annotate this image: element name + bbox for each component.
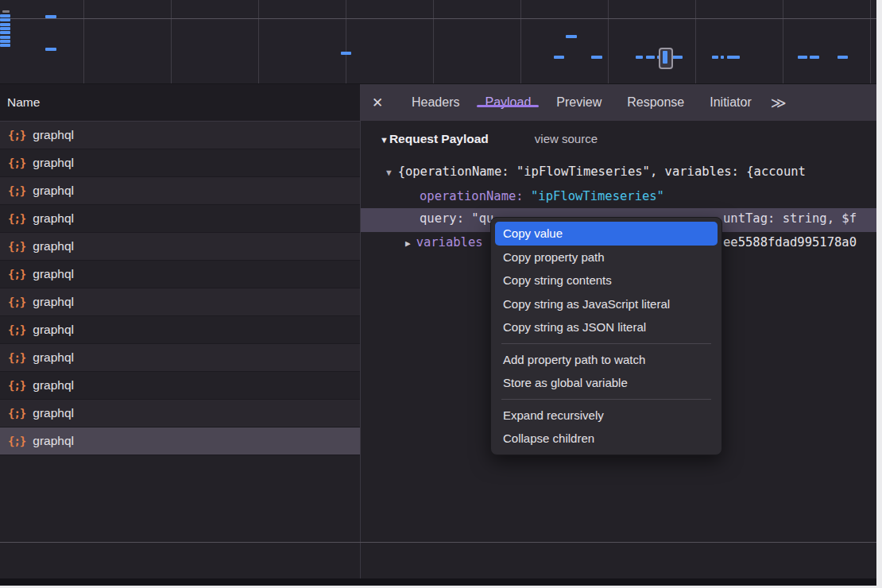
json-fetch-icon: {;} [8,184,25,197]
selected-request-bar [663,51,667,64]
context-menu: Copy valueCopy property pathCopy string … [490,217,722,455]
menu-item-copy-property-path[interactable]: Copy property path [491,246,721,269]
devtools-screenshot: Name {;}graphql{;}graphql{;}graphql{;}gr… [0,0,882,588]
more-tabs-chevron-icon[interactable]: ≫ [771,94,785,112]
menu-item-store-as-global-variable[interactable]: Store as global variable [491,371,721,395]
selected-request-marker[interactable] [659,48,673,69]
request-row-graphql[interactable]: {;}graphql [0,344,360,372]
request-timing-bar[interactable] [0,14,10,17]
request-row-graphql[interactable]: {;}graphql [0,122,360,149]
request-row-graphql[interactable]: {;}graphql [0,372,360,400]
json-fetch-icon: {;} [8,435,25,447]
request-row-graphql[interactable]: {;}graphql [0,233,360,261]
request-payload-title: Request Payload [389,132,489,146]
request-timing-bar[interactable] [0,40,10,43]
payload-root-preview: {operationName: "ipFlowTimeseries", vari… [398,164,806,179]
json-fetch-icon: {;} [8,296,25,308]
menu-item-expand-recursively[interactable]: Expand recursively [491,404,721,427]
query-text-right: untTag: string, $f [723,211,857,226]
request-name-label: graphql [33,128,74,142]
tab-initiator[interactable]: Initiator [697,95,764,109]
overview-gridline [783,0,783,83]
menu-item-copy-string-contents[interactable]: Copy string contents [491,269,721,292]
name-column-header[interactable]: Name [0,84,360,122]
expand-triangle-icon[interactable]: ▶ [405,238,411,249]
overview-gridline [83,0,84,83]
query-text-left: query: "qu [420,211,493,226]
request-timing-bar[interactable] [0,18,10,21]
request-row-graphql[interactable]: {;}graphql [0,316,360,344]
payload-operationname-node[interactable]: operationName: "ipFlowTimeseries" [420,189,664,203]
request-timing-bar[interactable] [810,56,819,59]
tab-response[interactable]: Response [614,95,697,109]
requests-list: {;}graphql{;}graphql{;}graphql{;}graphql… [0,122,360,455]
request-row-graphql[interactable]: {;}graphql [0,205,360,233]
name-column-label: Name [7,95,40,110]
menu-item-copy-string-as-javascript-literal[interactable]: Copy string as JavaScript literal [491,292,721,316]
request-name-label: graphql [33,323,74,337]
property-string-value: "ipFlowTimeseries" [531,189,664,203]
request-timing-bar[interactable] [646,56,655,59]
menu-item-copy-string-as-json-literal[interactable]: Copy string as JSON literal [491,315,721,339]
request-row-graphql[interactable]: {;}graphql [0,177,360,205]
request-timing-bar[interactable] [721,56,724,59]
request-row-graphql[interactable]: {;}graphql [0,261,360,288]
request-name-label: graphql [33,156,74,170]
request-name-label: graphql [33,295,74,309]
request-timing-bar[interactable] [591,56,602,59]
request-name-label: graphql [33,406,74,420]
menu-item-collapse-children[interactable]: Collapse children [491,427,721,451]
overview-gray-dash [2,10,10,13]
request-row-graphql[interactable]: {;}graphql [0,288,360,316]
tab-preview[interactable]: Preview [544,95,614,109]
expand-triangle-icon[interactable]: ▼ [386,168,392,178]
view-source-link[interactable]: view source [535,132,598,145]
close-icon[interactable]: ✕ [372,95,399,111]
request-name-label: graphql [33,184,74,198]
tab-payload[interactable]: Payload [472,95,544,109]
payload-variables-node[interactable]: ▶variables [405,235,483,250]
overview-gridline [346,0,346,83]
request-row-graphql[interactable]: {;}graphql [0,427,360,455]
request-name-label: graphql [33,350,74,365]
menu-separator [501,343,711,344]
overview-gridline [258,0,259,83]
section-collapse-triangle-icon[interactable]: ▼ [380,135,389,145]
devtools-network-panel: Name {;}graphql{;}graphql{;}graphql{;}gr… [0,0,876,586]
request-timing-bar[interactable] [0,27,10,30]
overview-gridline [433,0,434,83]
request-timing-bar[interactable] [712,56,718,59]
request-timing-bar[interactable] [727,56,740,59]
json-fetch-icon: {;} [8,379,25,392]
request-row-graphql[interactable]: {;}graphql [0,400,360,427]
menu-item-copy-value[interactable]: Copy value [495,222,718,246]
network-overview-waterfall[interactable] [0,0,876,84]
overview-baseline [0,18,876,19]
overview-gridline [171,0,172,83]
property-key: operationName: [420,189,531,203]
request-timing-bar[interactable] [341,52,351,55]
request-timing-bar[interactable] [45,48,56,51]
request-timing-bar[interactable] [0,36,10,39]
request-timing-bar[interactable] [0,44,10,47]
json-fetch-icon: {;} [8,157,25,169]
request-timing-bar[interactable] [0,31,10,34]
request-timing-bar[interactable] [636,56,643,59]
json-fetch-icon: {;} [8,407,25,420]
tab-headers[interactable]: Headers [399,95,472,109]
menu-item-add-property-path-to-watch[interactable]: Add property path to watch [491,348,721,372]
request-name-label: graphql [33,378,74,393]
request-row-graphql[interactable]: {;}graphql [0,149,360,177]
request-timing-bar[interactable] [672,56,683,59]
request-timing-bar[interactable] [45,15,56,18]
payload-root-node[interactable]: ▼{operationName: "ipFlowTimeseries", var… [386,164,806,179]
request-timing-bar[interactable] [566,35,577,38]
request-name-label: graphql [33,434,74,448]
request-timing-bar[interactable] [0,23,10,26]
json-fetch-icon: {;} [8,268,25,280]
request-timing-bar[interactable] [798,56,807,59]
request-timing-bar[interactable] [554,56,564,59]
request-timing-bar[interactable] [838,56,848,59]
request-name-label: graphql [33,267,74,281]
request-name-label: graphql [33,239,74,253]
